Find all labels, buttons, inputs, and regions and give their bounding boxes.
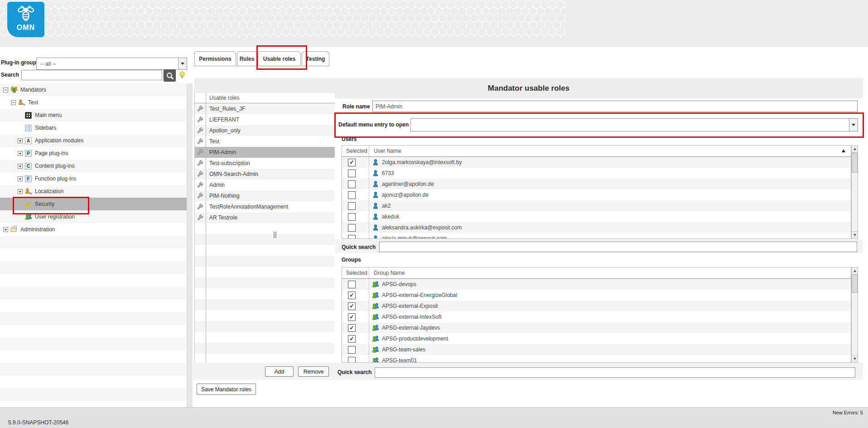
group-row[interactable]: APSG-devops [342, 279, 851, 290]
group-checkbox[interactable]: ✓ [348, 313, 356, 321]
group-row[interactable]: ✓APSG-external-Exposit [342, 301, 851, 311]
scroll-up-button[interactable] [852, 268, 858, 275]
users-quick-search-input[interactable] [379, 242, 857, 252]
remove-button[interactable]: Remove [298, 366, 329, 377]
group-checkbox[interactable] [348, 281, 356, 288]
role-list-item[interactable]: Test-subscription [195, 158, 335, 169]
group-row[interactable]: ✓APSG-external-EnergizeGlobal [342, 290, 851, 301]
user-checkbox[interactable] [348, 180, 356, 188]
user-checkbox[interactable] [348, 170, 356, 177]
tree-item-test[interactable]: Test [0, 96, 187, 109]
scroll-up-button[interactable] [852, 146, 858, 153]
expand-expander-icon[interactable] [18, 151, 23, 156]
tree-scrollbar[interactable] [187, 83, 193, 407]
tab-testing[interactable]: Testing [302, 51, 329, 66]
tree-item-user-registration[interactable]: User registration [0, 210, 187, 223]
role-list-item[interactable]: Test [195, 136, 335, 147]
version-label: 5.9.0-SNAPSHOT-20546 [8, 419, 68, 426]
role-list-item[interactable]: Admin [195, 180, 335, 190]
users-col-name[interactable]: User Name [374, 148, 401, 154]
expand-expander-icon[interactable] [18, 138, 23, 143]
tree-item-content-plugins[interactable]: Content plug-ins [0, 160, 187, 172]
group-row[interactable]: APSG-team-sales [342, 344, 851, 355]
user-row[interactable]: aleksandra.askirka@exposit.com [342, 222, 851, 233]
user-row[interactable]: akeduk [342, 211, 851, 222]
tree-item-function-plugins[interactable]: Function plug-ins [0, 172, 187, 185]
user-row[interactable]: 6733 [342, 168, 851, 179]
tree-item-mandators[interactable]: Mandators [0, 83, 187, 96]
group-checkbox[interactable]: ✓ [348, 292, 356, 299]
user-row[interactable]: ak2 [342, 200, 851, 211]
group-row[interactable]: ✓APSG-external-Jaydevs [342, 322, 851, 333]
user-icon [372, 213, 379, 220]
tab-rules[interactable]: Rules [237, 51, 257, 66]
mandator-icon [18, 99, 25, 106]
add-button[interactable]: Add [265, 366, 294, 377]
role-list-item[interactable]: AR Testrole [195, 212, 335, 223]
role-list-item-selected[interactable]: PIM-Admin [195, 147, 335, 158]
group-checkbox[interactable] [348, 357, 356, 363]
user-checkbox[interactable] [348, 202, 356, 210]
scroll-down-button[interactable] [852, 231, 858, 238]
role-name-input[interactable] [372, 101, 858, 112]
sort-ascending-icon[interactable] [842, 149, 845, 152]
group-checkbox[interactable]: ✓ [348, 335, 356, 343]
splitter-handle[interactable] [274, 232, 277, 238]
user-checkbox[interactable] [348, 235, 356, 239]
app-logo[interactable]: OMN [7, 2, 44, 37]
groups-scrollbar[interactable] [851, 267, 858, 363]
group-row[interactable]: ✓APSG-productdevelopment [342, 333, 851, 344]
role-list-item[interactable]: Test_Rules_JF [195, 103, 335, 114]
search-input[interactable] [21, 70, 162, 80]
groups-quick-search-input[interactable] [375, 367, 855, 378]
plugin-group-dropdown-button[interactable] [178, 58, 187, 69]
collapse-expander-icon[interactable] [3, 88, 8, 92]
role-list-item[interactable]: LIEFERANT [195, 114, 335, 125]
user-row[interactable]: agantner@apollon.de [342, 179, 851, 190]
tree-item-administration[interactable]: Administration [0, 223, 187, 236]
expand-expander-icon[interactable] [18, 164, 23, 169]
tree-item-application-modules[interactable]: Application modules [0, 134, 187, 147]
group-checkbox[interactable] [348, 346, 356, 354]
tree-item-page-plugins[interactable]: Page plug-ins [0, 147, 187, 160]
search-button[interactable] [164, 69, 176, 82]
group-checkbox[interactable]: ✓ [348, 302, 356, 310]
user-checkbox[interactable]: ✓ [348, 159, 356, 166]
collapse-expander-icon[interactable] [11, 100, 16, 105]
role-list-item[interactable]: Apollon_only [195, 125, 335, 136]
scrollbar-thumb[interactable] [852, 153, 858, 173]
users-scrollbar[interactable] [851, 145, 858, 239]
save-mandator-roles-button[interactable]: Save Mandator roles [197, 384, 256, 395]
group-checkbox[interactable]: ✓ [348, 324, 356, 332]
tab-permissions[interactable]: Permissions [194, 51, 236, 66]
default-menu-dropdown-button[interactable] [849, 119, 858, 131]
group-row[interactable]: ✓APSG-external-IntexSoft [342, 311, 851, 322]
role-list-item[interactable]: TestRoleAnnotationManagement [195, 201, 335, 212]
plugin-group-select[interactable]: -- all -- [36, 58, 187, 70]
role-list-item[interactable]: PIM-Nothing [195, 190, 335, 201]
group-row[interactable]: APSG-team01 [342, 355, 851, 363]
groups-quick-search-label: Quick search [338, 369, 371, 375]
new-errors-badge[interactable]: New Errors: 5 [833, 410, 863, 415]
user-checkbox[interactable] [348, 191, 356, 199]
user-row[interactable]: ajonuz@apollon.de [342, 190, 851, 200]
role-list-item[interactable]: OMN-Search-Admin [195, 169, 335, 180]
user-row[interactable]: ✓2olga.markovskaya@intexsoft.by [342, 157, 851, 168]
user-icon [372, 235, 379, 239]
expand-expander-icon[interactable] [18, 176, 23, 181]
user-checkbox[interactable] [348, 213, 356, 221]
tree-item-security[interactable]: Security [0, 198, 187, 210]
user-row[interactable]: alesia.minuk@exposit.com [342, 233, 851, 239]
tree-item-main-menu[interactable]: Main menu [0, 109, 187, 122]
scroll-down-button[interactable] [852, 355, 858, 362]
groups-col-name[interactable]: Group Name [374, 270, 405, 276]
expand-expander-icon[interactable] [18, 189, 23, 194]
tab-usable-roles[interactable]: Usable roles [258, 51, 301, 66]
scrollbar-thumb[interactable] [852, 275, 858, 293]
expand-expander-icon[interactable] [3, 227, 8, 232]
user-checkbox[interactable] [348, 224, 356, 232]
hint-button[interactable] [177, 68, 188, 81]
tree-item-sidebars[interactable]: Sidebars [0, 122, 187, 134]
tree-item-localization[interactable]: Localization [0, 185, 187, 198]
default-menu-combobox[interactable] [410, 118, 858, 131]
